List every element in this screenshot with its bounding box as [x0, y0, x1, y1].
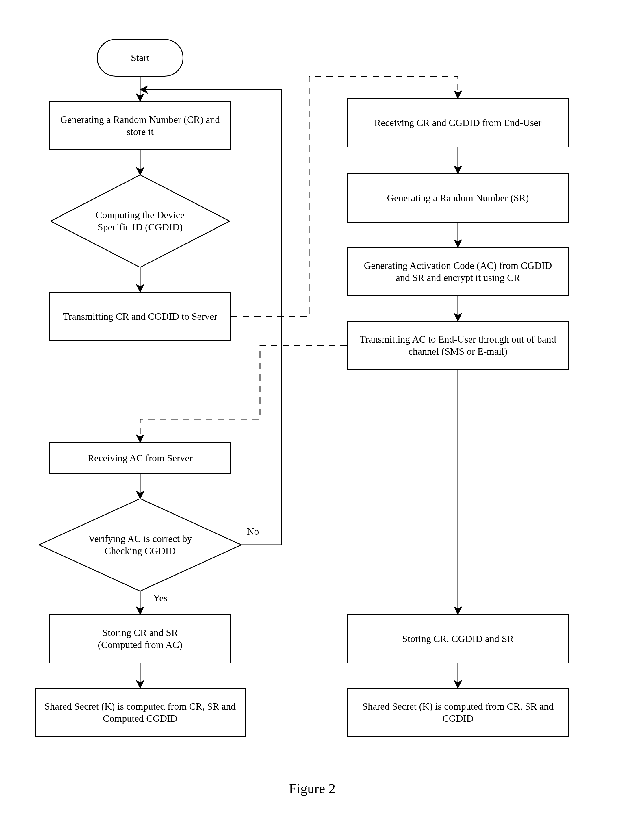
- decision-compute-cgdid: Computing the Device Specific ID (CGDID): [50, 175, 230, 267]
- process-shared-secret-client: Shared Secret (K) is computed from CR, S…: [35, 688, 246, 737]
- process-receive-from-user-label: Receiving CR and CGDID from End-User: [375, 117, 542, 129]
- branch-label-yes: Yes: [153, 592, 167, 603]
- flowchart-page: Start Generating a Random Number (CR) an…: [0, 0, 633, 840]
- process-store-server-label: Storing CR, CGDID and SR: [402, 633, 514, 645]
- terminator-start: Start: [97, 39, 183, 77]
- decision-verify-ac-label: Verifying AC is correct by Checking CGDI…: [71, 533, 209, 557]
- process-generate-cr-label: Generating a Random Number (CR) and stor…: [58, 114, 222, 138]
- process-generate-sr-label: Generating a Random Number (SR): [387, 192, 529, 204]
- decision-verify-ac: Verifying AC is correct by Checking CGDI…: [39, 499, 241, 591]
- process-shared-secret-server-label: Shared Secret (K) is computed from CR, S…: [356, 700, 560, 725]
- process-generate-ac: Generating Activation Code (AC) from CGD…: [347, 247, 569, 296]
- process-store-cr-sr-client: Storing CR and SR (Computed from AC): [49, 614, 231, 663]
- process-store-cr-sr-client-label: Storing CR and SR (Computed from AC): [98, 627, 183, 651]
- process-receive-from-user: Receiving CR and CGDID from End-User: [347, 98, 569, 147]
- decision-compute-cgdid-label: Computing the Device Specific ID (CGDID): [82, 209, 198, 234]
- process-transmit-to-server-label: Transmitting CR and CGDID to Server: [63, 311, 217, 323]
- process-transmit-to-server: Transmitting CR and CGDID to Server: [49, 292, 231, 341]
- branch-label-no: No: [247, 526, 259, 537]
- process-generate-ac-label: Generating Activation Code (AC) from CGD…: [356, 260, 560, 284]
- process-generate-sr: Generating a Random Number (SR): [347, 174, 569, 223]
- process-store-server: Storing CR, CGDID and SR: [347, 614, 569, 663]
- process-shared-secret-client-label: Shared Secret (K) is computed from CR, S…: [44, 700, 237, 725]
- process-shared-secret-server: Shared Secret (K) is computed from CR, S…: [347, 688, 569, 737]
- terminator-start-label: Start: [131, 52, 150, 64]
- process-transmit-ac-oob-label: Transmitting AC to End-User through out …: [356, 333, 560, 358]
- figure-caption: Figure 2: [289, 780, 335, 796]
- process-transmit-ac-oob: Transmitting AC to End-User through out …: [347, 321, 569, 370]
- process-receive-ac-label: Receiving AC from Server: [88, 452, 193, 464]
- process-generate-cr: Generating a Random Number (CR) and stor…: [49, 101, 231, 150]
- process-receive-ac: Receiving AC from Server: [49, 442, 231, 474]
